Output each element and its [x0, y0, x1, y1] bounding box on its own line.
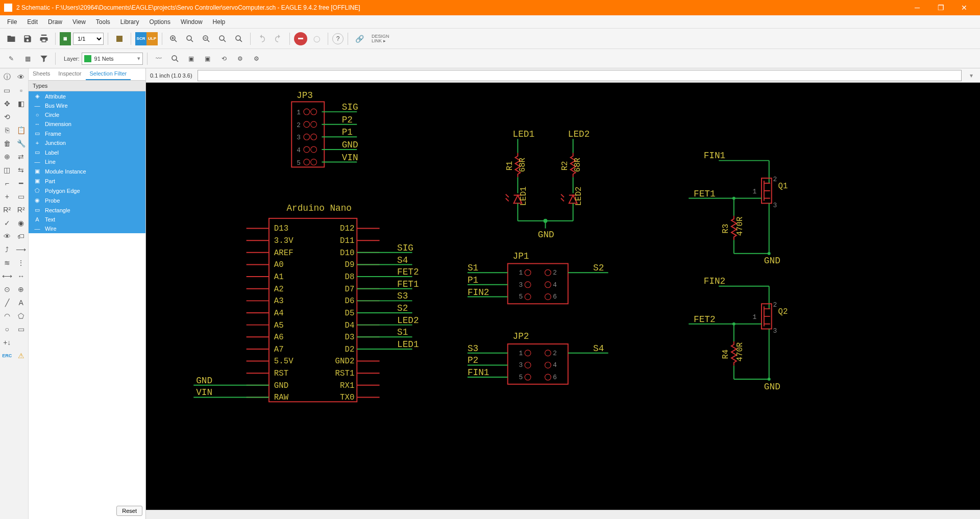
grid-tool-icon[interactable]: ▦ — [20, 52, 35, 66]
tool-warn[interactable]: ⚠ — [14, 349, 29, 362]
reset-button[interactable]: Reset — [116, 506, 142, 516]
zoom-net-icon[interactable] — [168, 52, 182, 66]
tool-replace[interactable]: ◫ — [0, 163, 14, 177]
type-label[interactable]: ▭Label — [29, 147, 145, 157]
type-rectangle[interactable]: ▭Rectangle — [29, 205, 145, 215]
module-icon[interactable]: ▣ — [184, 52, 199, 66]
layer-selector[interactable]: 91 Nets ▾ — [82, 53, 143, 65]
tool-select[interactable]: ▭ — [0, 84, 14, 97]
menu-options[interactable]: Options — [144, 16, 176, 28]
type-attribute[interactable]: ◈Attribute — [29, 91, 145, 101]
zoom-fit-button[interactable] — [183, 32, 197, 46]
tool-rect[interactable]: ▭ — [14, 323, 29, 336]
board-button[interactable] — [112, 32, 127, 46]
menu-help[interactable]: Help — [208, 16, 231, 28]
help-button[interactable]: ? — [332, 33, 344, 44]
tool-poly[interactable]: ⬠ — [14, 309, 29, 323]
tool-delete[interactable]: 🗑 — [0, 137, 14, 150]
menu-draw[interactable]: Draw — [43, 16, 67, 28]
tool-mirror[interactable]: ◧ — [14, 97, 29, 110]
tool-value-r[interactable]: R² — [0, 203, 14, 216]
tool-change[interactable]: 🔧 — [14, 137, 29, 150]
gear-icon[interactable]: ⚙ — [233, 52, 248, 66]
sheet-selector[interactable]: 1/1 — [73, 33, 104, 45]
tool-miter[interactable]: ≋ — [0, 256, 14, 269]
zoom-out-button[interactable] — [199, 32, 213, 46]
tool-rotate[interactable]: ⟲ — [0, 110, 14, 123]
type-part[interactable]: ▣Part — [29, 176, 145, 186]
type-text[interactable]: AText — [29, 215, 145, 224]
type-bus-wire[interactable]: —Bus Wire — [29, 101, 145, 110]
print-button[interactable] — [37, 32, 51, 46]
menu-window[interactable]: Window — [176, 16, 208, 28]
undo-button[interactable] — [255, 32, 269, 46]
filter-tool-icon[interactable] — [37, 52, 51, 66]
tool-mark2[interactable]: ⊕ — [14, 283, 29, 296]
open-button[interactable] — [4, 32, 18, 46]
module2-icon[interactable]: ▣ — [201, 52, 215, 66]
tool-erc2[interactable]: ERC — [0, 349, 14, 362]
tool-eye[interactable]: 👁 — [14, 70, 29, 84]
tool-pinswap[interactable]: ⇄ — [14, 150, 29, 163]
cancel-button[interactable] — [294, 32, 307, 45]
close-button[interactable]: ✕ — [952, 0, 976, 15]
wand-tool-icon[interactable]: ✎ — [4, 52, 18, 66]
tool-circ[interactable]: ○ — [0, 323, 14, 336]
panel-tab-inspector[interactable]: Inspector — [54, 68, 85, 80]
menu-view[interactable]: View — [67, 16, 91, 28]
type-module-instance[interactable]: ▣Module Instance — [29, 166, 145, 176]
tool-group[interactable]: ▫ — [14, 84, 29, 97]
tool-label[interactable]: ▭ — [14, 190, 29, 203]
type-probe[interactable]: ◉Probe — [29, 195, 145, 205]
zoom-in-button[interactable] — [166, 32, 181, 46]
tool-add[interactable]: ⊕ — [0, 150, 14, 163]
design-link-icon[interactable]: 🔗 — [352, 32, 366, 46]
menu-edit[interactable]: Edit — [22, 16, 43, 28]
menu-tools[interactable]: Tools — [91, 16, 115, 28]
panel-tab-sheets[interactable]: Sheets — [29, 68, 54, 80]
type-circle[interactable]: ○Circle — [29, 110, 145, 119]
tool-info[interactable]: ⓘ — [0, 70, 14, 84]
panel-tab-selection-filter[interactable]: Selection Filter — [86, 68, 131, 80]
tool-net[interactable]: ⌐ — [0, 177, 14, 190]
type-junction[interactable]: +Junction — [29, 138, 145, 147]
type-frame[interactable]: ▭Frame — [29, 129, 145, 138]
tool-optimize[interactable]: ⋮ — [14, 256, 29, 269]
tool-mark[interactable]: ⊙ — [0, 283, 14, 296]
wire-style-icon[interactable]: 〰 — [152, 52, 166, 66]
tool-paste[interactable]: 📋 — [14, 123, 29, 137]
tool-attr[interactable]: +↓ — [0, 336, 14, 349]
h-scrollbar[interactable] — [146, 510, 980, 519]
menu-file[interactable]: File — [2, 16, 22, 28]
tool-text[interactable]: A — [14, 296, 29, 309]
tool-arc[interactable]: ◠ — [0, 309, 14, 323]
tool-sim[interactable]: ◉ — [14, 216, 29, 230]
schematic-canvas[interactable]: JP31SIG2P23P14GND5VINArduino NanoD13D123… — [146, 83, 980, 510]
type-dimension[interactable]: ↔Dimension — [29, 119, 145, 129]
command-input[interactable] — [198, 70, 962, 81]
link-icon[interactable]: ⟲ — [217, 52, 231, 66]
tool-erc[interactable]: ✓ — [0, 216, 14, 230]
maximize-button[interactable]: ❐ — [929, 0, 952, 15]
tool-dim2[interactable]: ↔ — [14, 269, 29, 283]
tool-show[interactable]: 👁 — [0, 230, 14, 243]
type-line[interactable]: —Line — [29, 157, 145, 166]
tool-invoke[interactable]: ⟶ — [14, 243, 29, 256]
type-wire[interactable]: —Wire — [29, 224, 145, 233]
zoom-redraw-button[interactable] — [215, 32, 230, 46]
go-button[interactable]: ◯ — [309, 32, 324, 46]
cmd-dropdown-icon[interactable]: ▾ — [967, 72, 976, 79]
tool-split[interactable]: ⤴ — [0, 243, 14, 256]
design-link-label[interactable]: DESIGN LINK ▸ — [372, 34, 389, 43]
tool-copy[interactable]: ⎘ — [0, 123, 14, 137]
menu-library[interactable]: Library — [115, 16, 144, 28]
tool-line[interactable]: ╱ — [0, 296, 14, 309]
tool-tag[interactable]: 🏷 — [14, 230, 29, 243]
tool-value-r2[interactable]: R² — [14, 203, 29, 216]
tool-bus[interactable]: ━ — [14, 177, 29, 190]
tool-gateswap[interactable]: ⇆ — [14, 163, 29, 177]
scr-button[interactable]: SCR — [135, 32, 146, 45]
sch-brd-switch[interactable]: ▦ — [60, 32, 71, 45]
tool-move[interactable]: ✥ — [0, 97, 14, 110]
tool-dim[interactable]: ⟷ — [0, 269, 14, 283]
